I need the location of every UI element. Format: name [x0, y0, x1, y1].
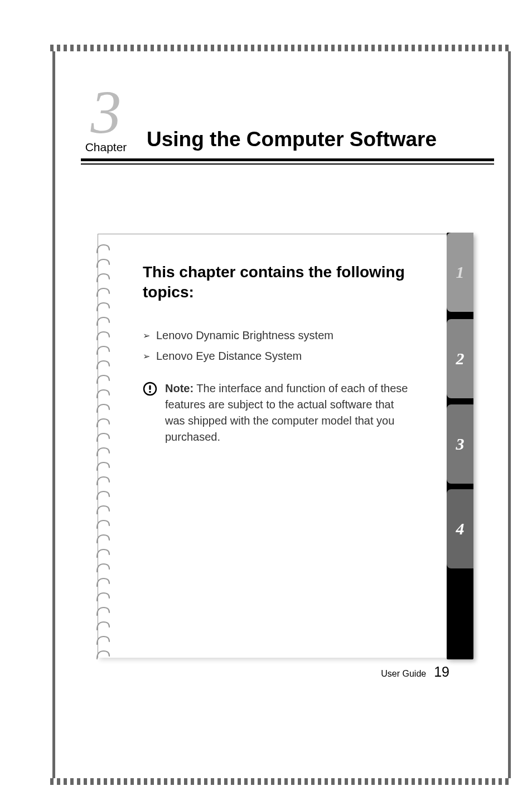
footer-page-number: 19 [434, 664, 449, 680]
spiral-ring-icon [96, 489, 110, 502]
spiral-ring-icon [96, 417, 110, 429]
spiral-ring-icon [96, 257, 110, 269]
spiral-ring-icon [96, 286, 110, 298]
content-area: 3 Chapter Using the Computer Software Th… [64, 59, 500, 771]
section-tab-3: 3 [447, 404, 473, 484]
spiral-ring-icon [96, 301, 110, 313]
spiral-ring-icon [96, 533, 110, 545]
decorative-right-border [508, 51, 511, 778]
topic-item: Lenovo Dynamic Brightness system [143, 329, 449, 342]
spiral-ring-icon [96, 431, 110, 443]
spiral-ring-icon [96, 388, 110, 400]
contents-heading: This chapter contains the following topi… [143, 262, 449, 303]
spiral-ring-icon [96, 562, 110, 574]
attention-icon [143, 382, 157, 398]
spiral-binding-decoration [96, 243, 110, 641]
svg-point-2 [149, 391, 151, 393]
spiral-ring-icon [96, 475, 110, 487]
spiral-ring-icon [96, 373, 110, 385]
note-label: Note: [165, 382, 194, 394]
svg-rect-1 [149, 385, 151, 390]
chapter-number-block: 3 Chapter [81, 86, 131, 154]
section-tab-2: 2 [447, 319, 473, 398]
spiral-ring-icon [96, 547, 110, 560]
spiral-ring-icon [96, 504, 110, 516]
chapter-title: Using the Computer Software [147, 128, 437, 151]
tab-strip: 1 2 3 4 [447, 233, 473, 659]
spiral-ring-icon [96, 330, 110, 342]
spiral-ring-icon [96, 649, 110, 661]
spiral-ring-icon [96, 446, 110, 458]
topic-item: Lenovo Eye Distance System [143, 350, 449, 363]
page-border: 3 Chapter Using the Computer Software Th… [50, 45, 511, 785]
decorative-left-border [52, 51, 55, 778]
note-body: The interface and function of each of th… [165, 382, 408, 443]
spiral-ring-icon [96, 460, 110, 472]
note-block: Note: The interface and function of each… [143, 380, 449, 445]
note-text: Note: The interface and function of each… [165, 380, 416, 445]
decorative-bottom-border [50, 778, 511, 785]
page-footer: User Guide 19 [381, 664, 449, 680]
spiral-ring-icon [96, 243, 110, 255]
spiral-ring-icon [96, 620, 110, 632]
spiral-ring-icon [96, 605, 110, 618]
spiral-ring-icon [96, 402, 110, 414]
topic-list: Lenovo Dynamic Brightness system Lenovo … [143, 329, 449, 363]
chapter-label: Chapter [85, 141, 127, 154]
spiral-ring-icon [96, 359, 110, 371]
spiral-ring-icon [96, 576, 110, 589]
decorative-top-border [50, 45, 511, 51]
spiral-ring-icon [96, 272, 110, 284]
footer-guide-label: User Guide [381, 669, 426, 679]
section-tab-1: 1 [447, 233, 473, 312]
spiral-ring-icon [96, 344, 110, 356]
spiral-ring-icon [96, 518, 110, 531]
chapter-header: 3 Chapter Using the Computer Software [81, 86, 494, 161]
chapter-number: 3 [91, 86, 122, 139]
spiral-ring-icon [96, 315, 110, 327]
spiral-ring-icon [96, 591, 110, 603]
section-tab-4: 4 [447, 489, 473, 568]
spiral-ring-icon [96, 634, 110, 647]
content-box: This chapter contains the following topi… [98, 234, 472, 658]
